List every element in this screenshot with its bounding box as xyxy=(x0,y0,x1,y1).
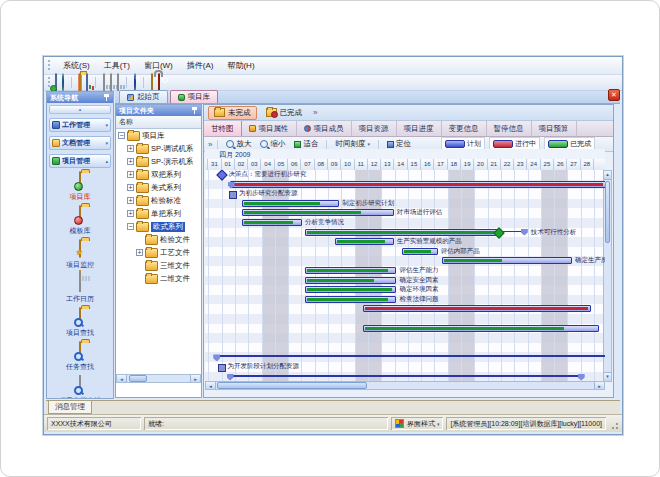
gantt-horizontal-scrollbar[interactable]: ◂ ▸ xyxy=(205,381,605,390)
menu-plugins[interactable]: 插件(A) xyxy=(180,58,221,73)
gantt-task-bar[interactable] xyxy=(242,219,303,226)
tree-node[interactable]: +美式系列 xyxy=(116,181,201,194)
gantt-task-bar[interactable] xyxy=(242,209,394,216)
pushpin-icon[interactable] xyxy=(191,107,198,115)
sidebar-item-project-doc-search[interactable]: 项目文档查找 xyxy=(47,376,113,399)
sidebar-title: 系统导航 xyxy=(50,93,78,103)
scroll-left-icon[interactable]: ◂ xyxy=(206,382,216,389)
sidebar-item-template-library[interactable]: 模板库 xyxy=(47,206,113,236)
gantt-task-bar[interactable] xyxy=(335,238,394,245)
gantt-summary-bar[interactable] xyxy=(363,305,591,312)
gantt-tab-7[interactable]: 暂停信息 xyxy=(487,121,532,136)
gantt-tab-1[interactable]: 甘特图 xyxy=(204,121,242,136)
gantt-tab-6[interactable]: 变更信息 xyxy=(442,121,487,136)
menu-help[interactable]: 帮助(H) xyxy=(220,58,261,73)
gantt-milestone[interactable] xyxy=(216,170,227,181)
gantt-task-bar[interactable] xyxy=(305,286,396,293)
resize-grip[interactable] xyxy=(609,417,619,430)
gantt-tab-3[interactable]: 项目成员 xyxy=(297,121,352,136)
sidebar-item-task-search[interactable]: 任务查找 xyxy=(47,342,113,372)
scrollbar-thumb[interactable] xyxy=(129,375,147,382)
scroll-right-icon[interactable]: ▸ xyxy=(190,375,200,382)
tree-expander-icon[interactable]: + xyxy=(127,197,134,204)
gantt-task-node[interactable] xyxy=(218,364,226,372)
tree-expander-icon[interactable]: + xyxy=(127,158,134,165)
filter-overflow-icon[interactable]: » xyxy=(313,108,317,117)
scroll-right-icon[interactable]: ▸ xyxy=(594,382,604,389)
gantt-task-bar[interactable] xyxy=(402,248,437,255)
gantt-tab-2[interactable]: 项目属性 xyxy=(242,121,297,136)
gantt-summary-line[interactable] xyxy=(230,375,581,377)
gantt-task-bar[interactable] xyxy=(305,277,396,284)
scroll-down-icon[interactable]: ▾ xyxy=(604,372,611,381)
sidebar-item-project-search[interactable]: 项目查找 xyxy=(47,308,113,338)
tree-node[interactable]: +SP-调试机系 xyxy=(116,142,201,155)
gantt-task-bar[interactable] xyxy=(305,229,500,236)
tree-expander-icon[interactable]: − xyxy=(118,132,125,139)
gantt-tab-4[interactable]: 项目资源 xyxy=(352,121,397,136)
tree-expander-icon[interactable]: + xyxy=(127,184,134,191)
gantt-task-bar[interactable] xyxy=(442,257,572,264)
sidebar-item-project-library[interactable]: 项目库 xyxy=(47,172,113,202)
ui-style-dropdown[interactable]: 界面样式▾ xyxy=(391,417,444,430)
gantt-task-bar[interactable] xyxy=(363,325,599,332)
tree-node[interactable]: +单把系列 xyxy=(116,207,201,220)
pushpin-icon[interactable] xyxy=(103,94,110,102)
message-management-tab[interactable]: 消息管理 xyxy=(48,401,92,414)
tree-column-header[interactable]: 名称 xyxy=(116,116,201,129)
sidebar-item-project-monitor[interactable]: 项目监控 xyxy=(47,240,113,270)
tab-start-page[interactable]: 起始页 xyxy=(119,90,168,103)
filter-unfinished-button[interactable]: 未完成 xyxy=(208,106,257,120)
tree-node[interactable]: −项目库 xyxy=(116,129,201,142)
tree-node[interactable]: 三维文件 xyxy=(116,259,201,272)
scroll-left-icon[interactable]: ◂ xyxy=(117,375,127,382)
open-folder-icon[interactable] xyxy=(78,73,82,93)
weekend-band xyxy=(541,170,554,382)
tree-node[interactable]: 二维文件 xyxy=(116,272,201,285)
tree-node[interactable]: +SP-演示机系 xyxy=(116,155,201,168)
toolbar-separator xyxy=(143,77,144,88)
scrollbar-thumb[interactable] xyxy=(217,382,367,389)
sidebar-scroll-up[interactable]: ▴ xyxy=(49,105,111,114)
tree-expander-icon[interactable]: + xyxy=(136,249,143,256)
sidebar-item-work-calendar[interactable]: 工作日历 xyxy=(47,274,113,304)
gantt-task-bar[interactable] xyxy=(242,200,340,207)
gantt-task-bar[interactable] xyxy=(305,267,396,274)
tree-expander-icon[interactable]: − xyxy=(127,223,134,230)
tab-project-library[interactable]: 项目库 xyxy=(170,90,219,103)
calendar-red-icon[interactable] xyxy=(102,73,106,93)
sidebar-item-label: 项目库 xyxy=(47,192,113,202)
tree-node[interactable]: 检验文件 xyxy=(116,233,201,246)
sidebar-group-document[interactable]: 文档管理 ▾ xyxy=(49,136,111,150)
tree-expander-icon[interactable]: + xyxy=(127,210,134,217)
gantt-vertical-scrollbar[interactable]: ▴ ▾ xyxy=(603,170,612,382)
gantt-tab-5[interactable]: 项目进度 xyxy=(397,121,442,136)
toolbar-overflow-icon[interactable]: » xyxy=(208,140,212,149)
gantt-task-bar[interactable] xyxy=(305,296,396,303)
close-icon[interactable] xyxy=(608,89,620,101)
tree-expander-icon[interactable]: + xyxy=(127,171,134,178)
sidebar-group-project[interactable]: 项目管理 ▴ xyxy=(49,154,111,168)
computer-icon[interactable] xyxy=(54,73,58,93)
gantt-task-node[interactable] xyxy=(229,191,237,199)
gantt-day-cell: 31 xyxy=(208,159,221,170)
menu-system[interactable]: 系统(S) xyxy=(56,58,97,73)
menu-tools[interactable]: 工具(T) xyxy=(97,58,137,73)
tree-node[interactable]: +工艺文件 xyxy=(116,246,201,259)
tree-horizontal-scrollbar[interactable]: ◂ ▸ xyxy=(116,374,201,383)
gantt-summary-bar[interactable] xyxy=(230,181,605,188)
tree-panel-header: 项目文件夹 xyxy=(116,105,201,116)
tree-expander-icon[interactable]: + xyxy=(127,145,134,152)
sidebar-group-work[interactable]: 工作管理 ▾ xyxy=(49,118,111,132)
tree-node[interactable]: +双把系列 xyxy=(116,168,201,181)
gantt-tab-8[interactable]: 项目预算 xyxy=(532,121,577,136)
tree-node[interactable]: −欧式系列 xyxy=(116,220,201,233)
tree-node[interactable]: +检验标准 xyxy=(116,194,201,207)
scrollbar-thumb[interactable] xyxy=(605,181,610,243)
gantt-summary-line[interactable] xyxy=(216,355,604,357)
scroll-up-icon[interactable]: ▴ xyxy=(604,171,611,180)
globe-icon[interactable] xyxy=(61,73,65,93)
chart-window-icon[interactable] xyxy=(85,73,89,93)
filter-finished-button[interactable]: 已完成 xyxy=(261,107,308,119)
calendar-edit-icon[interactable] xyxy=(109,73,113,93)
